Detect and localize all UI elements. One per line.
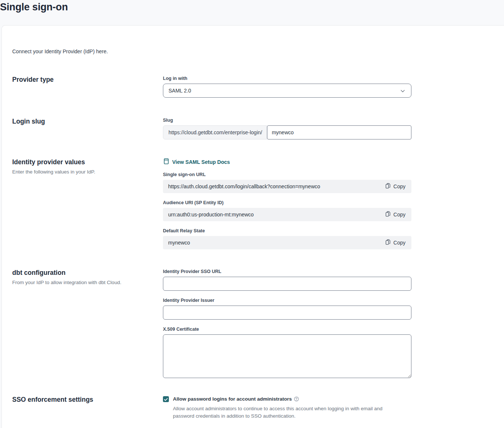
login-slug-heading: Login slug: [12, 118, 163, 125]
copy-icon: [385, 183, 390, 190]
password-logins-checkbox-row: Allow password logins for account admini…: [163, 396, 411, 403]
copy-sso-url-button[interactable]: Copy: [385, 183, 405, 190]
relay-state-group: Default Relay State mynewco Copy: [163, 228, 411, 249]
copy-icon: [385, 239, 390, 246]
login-with-label: Log in with: [163, 76, 411, 81]
sso-settings-card: Connect your Identity Provider (IdP) her…: [1, 25, 504, 428]
view-saml-docs-label: View SAML Setup Docs: [172, 159, 230, 165]
section-login-slug: Login slug Slug https://cloud.getdbt.com…: [12, 118, 504, 139]
audience-uri-readonly-field: urn:auth0:us-production-mt:mynewco Copy: [163, 208, 411, 221]
page-header: Single sign-on: [0, 0, 504, 25]
sso-url-group: Single sign-on URL https://auth.cloud.ge…: [163, 172, 411, 193]
idp-sso-url-group: Identity Provider SSO URL: [163, 269, 411, 291]
dbt-configuration-heading: dbt configuration: [12, 269, 163, 276]
slug-url-prefix: https://cloud.getdbt.com/enterprise-logi…: [163, 125, 267, 139]
idp-values-heading: Identity provider values: [12, 158, 163, 166]
chevron-down-icon: [401, 88, 405, 94]
view-saml-docs-link[interactable]: View SAML Setup Docs: [164, 158, 230, 165]
provider-type-selected-value: SAML 2.0: [168, 88, 191, 94]
relay-state-label: Default Relay State: [163, 228, 411, 234]
idp-sso-url-input[interactable]: [163, 277, 411, 291]
idp-sso-url-label: Identity Provider SSO URL: [163, 269, 411, 274]
section-provider-type: Provider type Log in with SAML 2.0: [12, 76, 504, 98]
password-logins-help-text: Allow account administrators to continue…: [173, 405, 404, 420]
audience-uri-label: Audience URI (SP Entity ID): [163, 200, 411, 206]
idp-issuer-label: Identity Provider Issuer: [163, 298, 411, 303]
idp-values-subtext: Enter the following values in your IdP.: [12, 169, 163, 175]
idp-issuer-input[interactable]: [163, 306, 411, 320]
copy-button-label: Copy: [393, 183, 405, 189]
sso-url-label: Single sign-on URL: [163, 172, 411, 178]
intro-text: Connect your Identity Provider (IdP) her…: [12, 26, 504, 54]
journal-icon: [164, 158, 169, 165]
copy-icon: [385, 211, 390, 218]
dbt-configuration-subtext: From your IdP to allow integration with …: [12, 280, 163, 285]
copy-audience-uri-button[interactable]: Copy: [385, 211, 405, 218]
section-idp-values: Identity provider values Enter the follo…: [12, 158, 504, 249]
provider-type-select[interactable]: SAML 2.0: [163, 84, 411, 98]
password-logins-checkbox[interactable]: [163, 396, 169, 402]
password-logins-label: Allow password logins for account admini…: [173, 396, 299, 403]
section-dbt-configuration: dbt configuration From your IdP to allow…: [12, 269, 504, 380]
certificate-group: X.509 Certificate: [163, 327, 411, 380]
help-circle-icon[interactable]: [294, 397, 299, 402]
relay-state-value: mynewco: [168, 240, 385, 246]
audience-uri-group: Audience URI (SP Entity ID) urn:auth0:us…: [163, 200, 411, 221]
idp-issuer-group: Identity Provider Issuer: [163, 298, 411, 320]
sso-url-value: https://auth.cloud.getdbt.com/login/call…: [168, 183, 385, 189]
relay-state-readonly-field: mynewco Copy: [163, 236, 411, 249]
check-icon: [164, 396, 168, 402]
certificate-textarea[interactable]: [163, 334, 411, 378]
slug-input[interactable]: [267, 125, 411, 139]
audience-uri-value: urn:auth0:us-production-mt:mynewco: [168, 212, 385, 218]
certificate-label: X.509 Certificate: [163, 327, 411, 332]
sso-enforcement-heading: SSO enforcement settings: [12, 396, 163, 403]
sso-url-readonly-field: https://auth.cloud.getdbt.com/login/call…: [163, 180, 411, 193]
copy-button-label: Copy: [393, 240, 405, 246]
copy-button-label: Copy: [393, 212, 405, 218]
section-sso-enforcement: SSO enforcement settings Allow password …: [12, 396, 504, 420]
page-title: Single sign-on: [0, 0, 504, 13]
copy-relay-state-button[interactable]: Copy: [385, 239, 405, 246]
provider-type-heading: Provider type: [12, 76, 163, 83]
slug-input-group: https://cloud.getdbt.com/enterprise-logi…: [163, 125, 411, 139]
slug-label: Slug: [163, 118, 411, 123]
